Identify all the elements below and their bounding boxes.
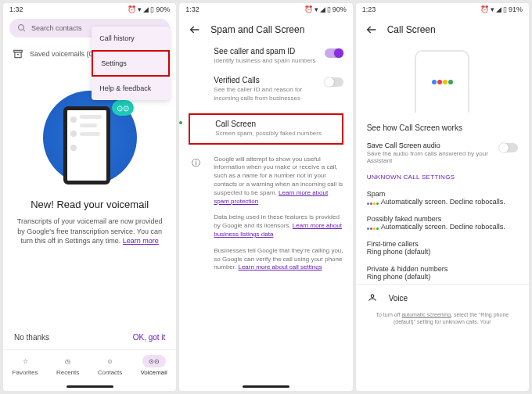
page-title: Call Screen — [387, 24, 436, 35]
info-section: ⓘ Google will attempt to show you useful… — [192, 156, 343, 281]
save-audio-row[interactable]: Save Call Screen audio Save the audio fr… — [367, 141, 518, 164]
assistant-icon — [367, 227, 379, 230]
voicemail-body: Transcripts of your voicemail are now pr… — [13, 217, 167, 246]
alarm-icon: ⏰ — [128, 6, 136, 13]
call-screen-row[interactable]: Call Screen Screen spam, possibly faked … — [189, 113, 343, 144]
illustration: ⊙⊙ — [3, 91, 176, 184]
call-settings-link[interactable]: Learn more about call settings — [238, 263, 322, 270]
alarm-icon: ⏰ — [304, 6, 313, 13]
toggle-verified-calls[interactable] — [325, 77, 343, 87]
clock: 1:32 — [9, 5, 23, 13]
phone-spam-settings-screen: 1:32 ⏰ ▾ ◢ ▯ 90% Spam and Call Screen Se… — [179, 3, 352, 391]
nav-voicemail[interactable]: ⊙⊙ Voicemail — [140, 355, 167, 376]
status-bar: 1:32 ⏰ ▾ ◢ ▯ 90% — [3, 3, 176, 16]
wifi-icon: ▾ — [138, 6, 142, 13]
unknown-call-settings-header: UNKNOWN CALL SETTINGS — [367, 174, 518, 181]
alarm-icon: ⏰ — [480, 6, 489, 13]
menu-settings[interactable]: Settings — [92, 50, 170, 77]
wifi-icon: ▾ — [315, 6, 318, 13]
page-title: Spam and Call Screen — [210, 24, 304, 35]
learn-more-link[interactable]: Learn more — [123, 237, 159, 245]
clock: 1:23 — [362, 5, 376, 13]
spam-row[interactable]: Spam Automatically screen. Decline roboc… — [367, 190, 518, 206]
menu-help-feedback[interactable]: Help & feedback — [92, 77, 170, 100]
toggle-caller-spam[interactable] — [325, 48, 343, 58]
overflow-menu: Call history Settings Help & feedback — [92, 27, 170, 100]
assistant-icon — [179, 116, 181, 129]
no-thanks-button[interactable]: No thanks — [14, 333, 49, 342]
first-time-callers-row[interactable]: First-time callers Ring phone (default) — [367, 240, 518, 256]
voicemail-nav-icon: ⊙⊙ — [149, 358, 160, 365]
faked-numbers-row[interactable]: Possibly faked numbers Automatically scr… — [367, 215, 518, 231]
voicemail-icon: ⊙⊙ — [112, 100, 134, 116]
voice-icon — [367, 292, 378, 303]
voicemail-headline: New! Read your voicemail — [9, 199, 170, 210]
search-icon — [17, 23, 27, 33]
phone-call-screen-settings: 1:23 ⏰ ▾ ◢ ▯ 91% Call Screen See ho — [356, 3, 529, 391]
search-placeholder: Search contacts — [31, 24, 82, 32]
phone-voicemail-screen: 1:32 ⏰ ▾ ◢ ▯ 90% Search contacts Saved v… — [3, 3, 176, 391]
caller-spam-id-row[interactable]: See caller and spam ID Identify business… — [214, 47, 343, 65]
archive-icon — [13, 48, 23, 59]
see-how-label[interactable]: See how Call Screen works — [367, 124, 518, 132]
nav-contacts[interactable]: ☺ Contacts — [98, 355, 123, 376]
gesture-bar — [66, 385, 113, 388]
header: Spam and Call Screen — [179, 16, 352, 44]
svg-line-1 — [23, 30, 26, 32]
back-button[interactable] — [365, 23, 378, 36]
nav-favorites[interactable]: ☆ Favorites — [13, 355, 38, 376]
toggle-save-audio[interactable] — [499, 143, 518, 152]
contacts-icon: ☺ — [106, 358, 113, 365]
status-bar: 1:32 ⏰ ▾ ◢ ▯ 90% — [179, 3, 352, 16]
battery-icon: ▯ — [327, 6, 331, 13]
star-icon: ☆ — [23, 358, 28, 365]
signal-icon: ◢ — [320, 6, 325, 13]
info-icon: ⓘ — [192, 157, 200, 169]
clock-icon: ◷ — [65, 358, 70, 365]
private-numbers-row[interactable]: Private & hidden numbers Ring phone (def… — [367, 265, 518, 281]
svg-point-7 — [371, 295, 374, 298]
header: Call Screen — [356, 16, 529, 44]
nav-recents[interactable]: ◷ Recents — [56, 355, 80, 376]
voice-row[interactable]: Voice — [356, 284, 529, 311]
signal-icon: ◢ — [143, 6, 149, 13]
footnote: To turn off automatic screening, select … — [356, 311, 529, 330]
assistant-icon — [432, 80, 453, 84]
battery-icon: ▯ — [503, 6, 507, 13]
battery-pct: 90% — [332, 5, 347, 13]
ok-got-it-button[interactable]: OK, got it — [133, 333, 166, 342]
svg-point-0 — [19, 25, 24, 30]
assistant-icon — [367, 202, 379, 205]
device-illustration — [356, 50, 529, 113]
verified-calls-row[interactable]: Verified Calls See the caller ID and rea… — [214, 76, 343, 102]
wifi-icon: ▾ — [491, 6, 494, 13]
back-button[interactable] — [189, 23, 201, 36]
battery-icon: ▯ — [150, 6, 154, 13]
battery-pct: 90% — [156, 5, 170, 13]
gesture-bar — [243, 385, 289, 388]
clock: 1:32 — [185, 5, 200, 13]
battery-pct: 91% — [509, 5, 523, 13]
menu-call-history[interactable]: Call history — [92, 27, 170, 50]
signal-icon: ◢ — [496, 6, 501, 13]
status-bar: 1:23 ⏰ ▾ ◢ ▯ 91% — [356, 3, 529, 16]
bottom-nav: ☆ Favorites ◷ Recents ☺ Contacts ⊙⊙ Voic… — [3, 349, 176, 385]
